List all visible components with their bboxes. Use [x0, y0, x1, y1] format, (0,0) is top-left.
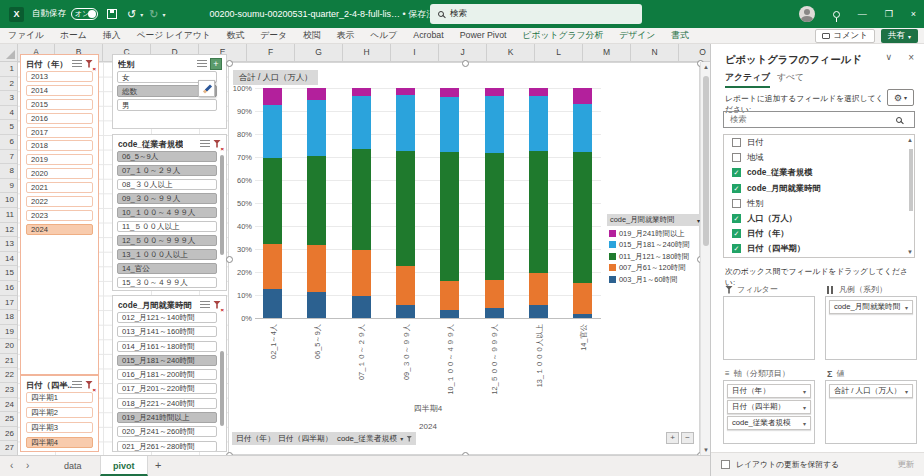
close-button[interactable]: × [911, 9, 916, 19]
values-area-box[interactable]: 合計 / 人口（万人）▾ [825, 380, 917, 444]
slicer-item[interactable]: 四半期1 [26, 392, 93, 403]
field-checkbox[interactable] [732, 138, 741, 147]
legend-entry[interactable]: 015_月181～240時間 [607, 241, 703, 249]
slicer-item[interactable]: 2022 [26, 196, 93, 207]
bar-segment[interactable] [573, 283, 592, 314]
row-header-16[interactable]: 16 [0, 281, 17, 296]
slicer-item[interactable]: 016_月181～200時間 [117, 369, 217, 380]
field-checkbox[interactable]: ✓ [732, 214, 741, 223]
bar-segment[interactable] [485, 280, 504, 308]
bar-segment[interactable] [529, 273, 548, 304]
minimize-button[interactable]: — [858, 9, 867, 19]
area-field-pill[interactable]: 日付（四半期）▾ [727, 400, 811, 414]
multiselect-icon[interactable] [72, 60, 82, 68]
bar-segment[interactable] [352, 88, 371, 96]
field-row-日付[interactable]: 日付 [724, 135, 914, 150]
bar-segment[interactable] [263, 244, 282, 289]
field-checkbox[interactable]: ✓ [732, 168, 741, 177]
slicer-item[interactable]: 2017 [26, 127, 93, 138]
row-header-1[interactable]: 1 [0, 62, 17, 77]
slicer-item[interactable]: 12_５００～９９９人 [117, 235, 217, 246]
ribbon-tab-書式[interactable]: 書式 [663, 30, 697, 42]
chart-selection-handle[interactable] [226, 60, 233, 67]
filters-area-box[interactable] [723, 296, 815, 360]
bar-segment[interactable] [263, 105, 282, 158]
field-filter-icon[interactable] [894, 200, 902, 208]
bar-segment[interactable] [529, 88, 548, 96]
bar-segment[interactable] [352, 250, 371, 296]
comments-button[interactable]: コメント [815, 29, 875, 43]
slicer-item[interactable]: 四半期2 [26, 407, 93, 418]
row-header-19[interactable]: 19 [0, 325, 17, 340]
bar-segment[interactable] [440, 310, 459, 318]
defer-layout-checkbox[interactable] [721, 460, 730, 469]
row-header-25[interactable]: 25 [0, 412, 17, 427]
bar-segment[interactable] [440, 281, 459, 310]
slicer-item[interactable]: 2024 [26, 224, 93, 235]
slicer-item[interactable]: 男 [117, 99, 217, 111]
row-header-5[interactable]: 5 [0, 120, 17, 135]
slicer-item[interactable]: 019_月241時間以上 [117, 412, 217, 423]
bar-segment[interactable] [485, 153, 504, 280]
field-checkbox[interactable] [732, 153, 741, 162]
field-filter-icon[interactable] [894, 230, 902, 238]
area-field-pill[interactable]: 合計 / 人口（万人）▾ [829, 384, 913, 398]
field-checkbox[interactable]: ✓ [732, 244, 741, 253]
row-header-27[interactable]: 27 [0, 441, 17, 455]
clear-filter-icon[interactable] [85, 381, 94, 390]
field-filter-icon[interactable] [894, 185, 902, 193]
slicer-item[interactable]: 017_月201～220時間 [117, 383, 217, 394]
row-header-12[interactable]: 12 [0, 223, 17, 238]
multiselect-icon[interactable] [197, 60, 207, 68]
vertical-scroll-thumb[interactable] [703, 76, 709, 246]
row-header-22[interactable]: 22 [0, 368, 17, 383]
slicer-item[interactable]: 2020 [26, 168, 93, 179]
ribbon-tab-ピボットグラフ分析[interactable]: ピボットグラフ分析 [515, 30, 612, 42]
ribbon-tab-Acrobat[interactable]: Acrobat [405, 30, 451, 42]
field-checkbox[interactable]: ✓ [732, 184, 741, 193]
slicer-item[interactable]: 14_官公 [117, 263, 217, 274]
slicer-item[interactable]: 11_５００人以上 [117, 221, 217, 232]
row-header-3[interactable]: 3 [0, 91, 17, 106]
bar-segment[interactable] [352, 296, 371, 318]
ribbon-tab-ヘルプ[interactable]: ヘルプ [362, 30, 405, 42]
bar-segment[interactable] [263, 88, 282, 105]
field-row-人口（万人）[interactable]: ✓人口（万人） [724, 211, 914, 226]
chart-selection-handle[interactable] [226, 256, 233, 263]
bar-segment[interactable] [396, 305, 415, 318]
column-header-J[interactable]: J [439, 44, 487, 62]
bar-segment[interactable] [352, 149, 371, 250]
slicer-item[interactable]: 2023 [26, 210, 93, 221]
bar-segment[interactable] [485, 96, 504, 154]
row-header-24[interactable]: 24 [0, 398, 17, 413]
slicer-item[interactable]: 2013 [26, 71, 93, 82]
row-header-13[interactable]: 13 [0, 237, 17, 252]
column-header-N[interactable]: N [631, 44, 679, 62]
axis-field-button[interactable]: code_従業者規模▾ [333, 432, 416, 445]
row-header-21[interactable]: 21 [0, 354, 17, 369]
area-field-pill[interactable]: code_月間就業時間▾ [829, 300, 913, 314]
row-header-26[interactable]: 26 [0, 427, 17, 442]
collapse-button[interactable]: − [681, 432, 694, 444]
bar-segment[interactable] [307, 292, 326, 318]
bar-segment[interactable] [396, 266, 415, 305]
bar-segment[interactable] [440, 152, 459, 281]
bar-segment[interactable] [440, 97, 459, 151]
scroll-down-icon[interactable]: ▼ [702, 447, 710, 453]
row-header-20[interactable]: 20 [0, 339, 17, 354]
slicer-item[interactable]: 13_１０００人以上 [117, 249, 217, 260]
ribbon-tab-ページ レイアウト[interactable]: ページ レイアウト [128, 30, 218, 42]
slicer-item[interactable]: 021_月261～280時間 [117, 441, 217, 452]
add-sheet-button[interactable]: + [155, 459, 161, 471]
column-header-H[interactable]: H [343, 44, 391, 62]
slicer-item[interactable]: 15_３０～４９９人 [117, 277, 217, 288]
bar-segment[interactable] [307, 245, 326, 291]
row-header-14[interactable]: 14 [0, 252, 17, 267]
row-header-15[interactable]: 15 [0, 266, 17, 281]
save-icon[interactable] [107, 9, 117, 19]
field-row-日付（年）[interactable]: ✓日付（年） [724, 226, 914, 241]
bar-segment[interactable] [307, 100, 326, 156]
bar-segment[interactable] [485, 88, 504, 96]
bar-segment[interactable] [352, 96, 371, 149]
ribbon-tab-挿入[interactable]: 挿入 [95, 30, 129, 42]
